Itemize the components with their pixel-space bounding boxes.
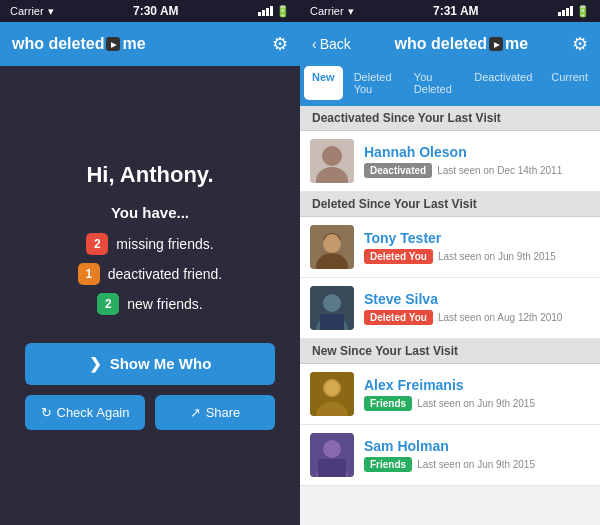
gear-icon-right[interactable]: ⚙ bbox=[572, 33, 588, 55]
stat-row-new: 2 new friends. bbox=[20, 293, 280, 315]
share-icon: ↗ bbox=[190, 405, 201, 420]
share-label: Share bbox=[206, 405, 241, 420]
right-panel: Carrier ▾ 7:31 AM 🔋 ‹ Back who deleted m… bbox=[300, 0, 600, 525]
wifi-icon-left: ▾ bbox=[48, 5, 54, 18]
last-seen-alex: Last seen on Jun 9th 2015 bbox=[417, 398, 535, 409]
show-me-arrow-icon: ❯ bbox=[89, 355, 102, 373]
list-item[interactable]: Alex Freimanis Friends Last seen on Jun … bbox=[300, 364, 600, 425]
check-again-label: Check Again bbox=[57, 405, 130, 420]
greeting-text: Hi, Anthony. bbox=[86, 162, 213, 188]
stat-text-deactivated: deactivated friend. bbox=[108, 266, 222, 282]
tag-alex: Friends bbox=[364, 396, 412, 411]
header-right: ‹ Back who deleted me ⚙ bbox=[300, 22, 600, 66]
section-header-deactivated: Deactivated Since Your Last Visit bbox=[300, 106, 600, 131]
show-me-who-button[interactable]: ❯ Show Me Who bbox=[25, 343, 275, 385]
tab-deleted-you[interactable]: Deleted You bbox=[346, 66, 403, 100]
check-again-button[interactable]: ↻ Check Again bbox=[25, 395, 145, 430]
person-meta-sam: Friends Last seen on Jun 9th 2015 bbox=[364, 457, 590, 472]
wifi-icon-right: ▾ bbox=[348, 5, 354, 18]
tag-tony: Deleted You bbox=[364, 249, 433, 264]
person-info-steve: Steve Silva Deleted You Last seen on Aug… bbox=[364, 291, 590, 325]
title-arrow-icon-left bbox=[106, 37, 120, 51]
signal-icon-left bbox=[258, 6, 273, 16]
avatar-steve bbox=[310, 286, 354, 330]
back-button[interactable]: ‹ Back bbox=[312, 36, 351, 52]
carrier-text-right: Carrier bbox=[310, 5, 344, 17]
svg-point-1 bbox=[322, 146, 342, 166]
status-bar-left: Carrier ▾ 7:30 AM 🔋 bbox=[0, 0, 300, 22]
secondary-buttons: ↻ Check Again ↗ Share bbox=[25, 395, 275, 430]
app-title-right: who deleted me bbox=[395, 35, 529, 53]
status-bar-right: Carrier ▾ 7:31 AM 🔋 bbox=[300, 0, 600, 22]
carrier-left: Carrier ▾ bbox=[10, 5, 54, 18]
stat-row-deactivated: 1 deactivated friend. bbox=[20, 263, 280, 285]
section-header-deleted: Deleted Since Your Last Visit bbox=[300, 192, 600, 217]
person-info-hannah: Hannah Oleson Deactivated Last seen on D… bbox=[364, 144, 590, 178]
person-name-alex: Alex Freimanis bbox=[364, 377, 590, 393]
title-arrow-icon-right bbox=[489, 37, 503, 51]
tab-deactivated[interactable]: Deactivated bbox=[466, 66, 540, 100]
person-name-hannah: Hannah Oleson bbox=[364, 144, 590, 160]
stat-row-missing: 2 missing friends. bbox=[20, 233, 280, 255]
person-meta-alex: Friends Last seen on Jun 9th 2015 bbox=[364, 396, 590, 411]
check-again-icon: ↻ bbox=[41, 405, 52, 420]
battery-right: 🔋 bbox=[558, 5, 590, 18]
title-me-left: me bbox=[122, 35, 145, 53]
carrier-right: Carrier ▾ bbox=[310, 5, 354, 18]
back-label: Back bbox=[320, 36, 351, 52]
last-seen-hannah: Last seen on Dec 14th 2011 bbox=[437, 165, 562, 176]
battery-icon-right: 🔋 bbox=[576, 5, 590, 18]
time-right: 7:31 AM bbox=[433, 4, 479, 18]
svg-point-17 bbox=[323, 440, 341, 458]
last-seen-steve: Last seen on Aug 12th 2010 bbox=[438, 312, 563, 323]
person-meta-steve: Deleted You Last seen on Aug 12th 2010 bbox=[364, 310, 590, 325]
badge-deactivated: 1 bbox=[78, 263, 100, 285]
list-item[interactable]: Hannah Oleson Deactivated Last seen on D… bbox=[300, 131, 600, 192]
tab-current[interactable]: Current bbox=[543, 66, 596, 100]
you-have-text: You have... bbox=[111, 204, 189, 221]
list-item[interactable]: Sam Holman Friends Last seen on Jun 9th … bbox=[300, 425, 600, 486]
avatar-tony bbox=[310, 225, 354, 269]
svg-rect-11 bbox=[320, 314, 344, 330]
svg-point-9 bbox=[323, 294, 341, 312]
list-item[interactable]: Tony Tester Deleted You Last seen on Jun… bbox=[300, 217, 600, 278]
title-me-right: me bbox=[505, 35, 528, 53]
header-left: who deleted me ⚙ bbox=[0, 22, 300, 66]
back-chevron-icon: ‹ bbox=[312, 36, 317, 52]
section-header-new: New Since Your Last Visit bbox=[300, 339, 600, 364]
avatar-placeholder bbox=[310, 139, 354, 183]
tag-steve: Deleted You bbox=[364, 310, 433, 325]
person-name-steve: Steve Silva bbox=[364, 291, 590, 307]
person-info-sam: Sam Holman Friends Last seen on Jun 9th … bbox=[364, 438, 590, 472]
tab-you-deleted[interactable]: You Deleted bbox=[406, 66, 463, 100]
last-seen-sam: Last seen on Jun 9th 2015 bbox=[417, 459, 535, 470]
avatar-alex bbox=[310, 372, 354, 416]
left-content: Hi, Anthony. You have... 2 missing frien… bbox=[0, 66, 300, 525]
svg-rect-19 bbox=[318, 459, 346, 477]
person-name-sam: Sam Holman bbox=[364, 438, 590, 454]
svg-point-7 bbox=[325, 234, 339, 246]
gear-icon-left[interactable]: ⚙ bbox=[272, 33, 288, 55]
title-text-left: who deleted bbox=[12, 35, 104, 53]
battery-left: 🔋 bbox=[258, 5, 290, 18]
time-left: 7:30 AM bbox=[133, 4, 179, 18]
left-panel: Carrier ▾ 7:30 AM 🔋 who deleted me ⚙ Hi,… bbox=[0, 0, 300, 525]
carrier-text-left: Carrier bbox=[10, 5, 44, 17]
badge-new: 2 bbox=[97, 293, 119, 315]
avatar-hannah bbox=[310, 139, 354, 183]
badge-missing: 2 bbox=[86, 233, 108, 255]
avatar-sam bbox=[310, 433, 354, 477]
person-meta-tony: Deleted You Last seen on Jun 9th 2015 bbox=[364, 249, 590, 264]
share-button[interactable]: ↗ Share bbox=[155, 395, 275, 430]
list-item[interactable]: Steve Silva Deleted You Last seen on Aug… bbox=[300, 278, 600, 339]
last-seen-tony: Last seen on Jun 9th 2015 bbox=[438, 251, 556, 262]
tabs-bar: New Deleted You You Deleted Deactivated … bbox=[300, 66, 600, 106]
battery-icon-left: 🔋 bbox=[276, 5, 290, 18]
stat-text-missing: missing friends. bbox=[116, 236, 213, 252]
stat-text-new: new friends. bbox=[127, 296, 202, 312]
list-content: Deactivated Since Your Last Visit Hannah… bbox=[300, 106, 600, 525]
tab-new[interactable]: New bbox=[304, 66, 343, 100]
title-text-right: who deleted bbox=[395, 35, 487, 53]
svg-point-15 bbox=[325, 381, 339, 395]
app-title-left: who deleted me bbox=[12, 35, 146, 53]
